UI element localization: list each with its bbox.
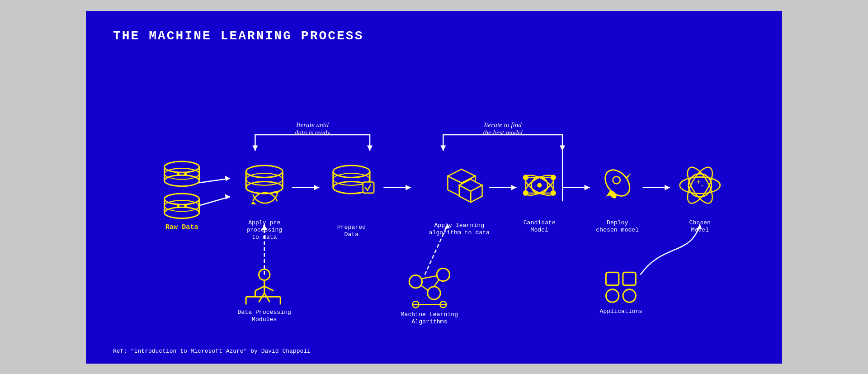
svg-marker-21 xyxy=(665,185,670,190)
svg-text:Applications: Applications xyxy=(599,308,642,314)
svg-rect-58 xyxy=(363,182,374,193)
svg-marker-15 xyxy=(406,185,411,190)
svg-point-41 xyxy=(184,204,187,207)
svg-rect-122 xyxy=(623,289,636,302)
svg-line-10 xyxy=(198,197,230,206)
svg-text:Deploy: Deploy xyxy=(607,219,628,226)
svg-rect-120 xyxy=(623,272,636,285)
svg-marker-19 xyxy=(585,185,590,190)
svg-point-38 xyxy=(165,207,199,218)
svg-text:Modules: Modules xyxy=(252,316,277,322)
svg-point-32 xyxy=(165,168,199,179)
svg-line-105 xyxy=(264,293,270,302)
svg-text:algorithm to data: algorithm to data xyxy=(429,229,490,236)
svg-text:Raw Data: Raw Data xyxy=(165,223,198,231)
svg-point-76 xyxy=(551,190,556,195)
page-title: THE MACHINE LEARNING PROCESS xyxy=(113,29,755,43)
svg-rect-121 xyxy=(606,289,618,302)
svg-text:data is ready: data is ready xyxy=(295,128,330,136)
svg-point-73 xyxy=(523,175,528,180)
svg-text:Model: Model xyxy=(531,227,549,233)
svg-line-113 xyxy=(434,280,439,286)
svg-point-84 xyxy=(613,176,620,184)
svg-text:Apply pre: Apply pre xyxy=(248,219,280,226)
svg-marker-11 xyxy=(225,194,230,199)
svg-text:Data Processing: Data Processing xyxy=(237,308,291,315)
svg-line-103 xyxy=(264,286,274,290)
svg-marker-4 xyxy=(440,145,446,151)
svg-point-96 xyxy=(259,269,270,280)
svg-text:Machine Learning: Machine Learning xyxy=(401,311,458,317)
svg-rect-119 xyxy=(606,272,618,285)
reference-text: Ref: "Introduction to Microsoft Azure" b… xyxy=(113,348,311,355)
svg-point-110 xyxy=(437,268,449,281)
svg-point-74 xyxy=(551,175,556,180)
svg-point-33 xyxy=(177,172,179,175)
svg-text:Data: Data xyxy=(344,231,359,238)
svg-point-31 xyxy=(165,175,199,186)
svg-line-112 xyxy=(421,275,438,279)
svg-text:Prepared: Prepared xyxy=(337,224,366,231)
svg-point-39 xyxy=(165,200,199,211)
svg-point-34 xyxy=(184,172,187,175)
svg-point-70 xyxy=(537,183,542,187)
svg-marker-9 xyxy=(225,175,230,181)
svg-line-111 xyxy=(420,284,429,290)
svg-marker-17 xyxy=(511,185,516,190)
svg-text:Iterate until: Iterate until xyxy=(296,120,329,128)
svg-marker-49 xyxy=(251,201,256,204)
svg-text:to data: to data xyxy=(252,234,277,241)
svg-line-98 xyxy=(255,286,264,290)
svg-text:Apply learning: Apply learning xyxy=(434,222,484,228)
svg-text:-: - xyxy=(700,182,704,189)
svg-text:Iterate to find: Iterate to find xyxy=(483,120,522,128)
svg-text:Model: Model xyxy=(691,227,709,233)
svg-point-40 xyxy=(177,204,179,207)
svg-point-35 xyxy=(165,193,199,204)
svg-text:Candidate: Candidate xyxy=(524,219,556,226)
svg-point-108 xyxy=(409,275,422,288)
svg-point-83 xyxy=(600,165,635,200)
svg-point-43 xyxy=(246,166,283,177)
svg-point-109 xyxy=(428,286,440,299)
svg-marker-13 xyxy=(314,185,319,190)
svg-point-47 xyxy=(246,173,283,185)
svg-point-75 xyxy=(523,190,528,195)
svg-text:Algorithms: Algorithms xyxy=(411,318,447,325)
svg-marker-7 xyxy=(560,145,565,151)
svg-marker-3 xyxy=(252,145,258,151)
svg-marker-0 xyxy=(367,145,373,151)
slide: THE MACHINE LEARNING PROCESS Iterate unt… xyxy=(86,11,782,364)
svg-line-104 xyxy=(259,293,264,302)
svg-point-53 xyxy=(333,166,370,177)
svg-text:Chosen: Chosen xyxy=(689,219,711,226)
diagram-svg: Iterate until data is ready Iterate to f… xyxy=(113,57,755,337)
svg-text:processing: processing xyxy=(246,227,282,233)
diagram-area: Iterate until data is ready Iterate to f… xyxy=(113,57,755,337)
svg-point-28 xyxy=(165,161,199,172)
svg-line-8 xyxy=(198,178,230,183)
svg-text:the best model: the best model xyxy=(483,128,523,136)
svg-text:chosen model: chosen model xyxy=(596,227,639,233)
